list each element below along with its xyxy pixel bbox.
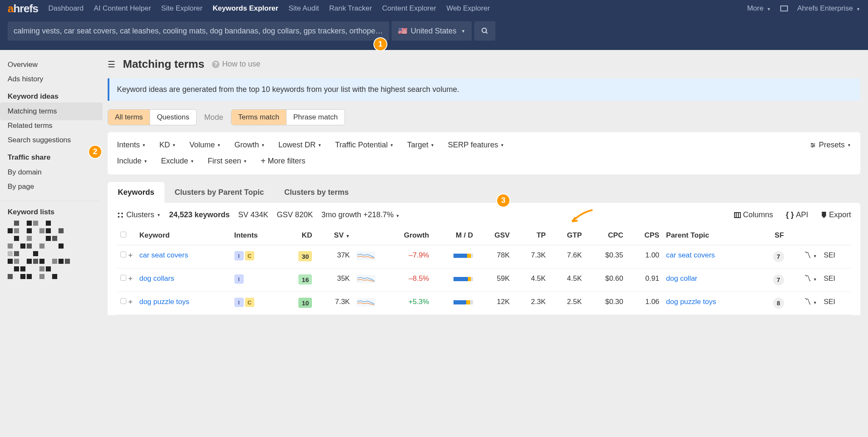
cell-gtp: 2.5K bbox=[549, 292, 585, 315]
clusters-dropdown[interactable]: Clusters ▼ bbox=[117, 210, 161, 219]
col-kd[interactable]: KD bbox=[281, 226, 315, 245]
col-intents[interactable]: Intents bbox=[231, 226, 282, 245]
svg-point-6 bbox=[813, 144, 814, 145]
col-gsv[interactable]: GSV bbox=[476, 226, 513, 245]
trend-icon[interactable]: 〽 ▼ bbox=[804, 274, 817, 282]
col-gtp[interactable]: GTP bbox=[549, 226, 585, 245]
filter-exclude[interactable]: Exclude ▼ bbox=[161, 157, 194, 166]
presets-button[interactable]: Presets ▼ bbox=[810, 141, 851, 149]
col-cps[interactable]: CPS bbox=[626, 226, 662, 245]
sidebar-matching-terms[interactable]: Matching terms bbox=[8, 104, 100, 119]
col-sf[interactable]: SF bbox=[757, 226, 787, 245]
sf-badge: 7 bbox=[773, 274, 784, 285]
serp-cell[interactable]: SEI bbox=[820, 245, 851, 268]
svg-rect-12 bbox=[734, 213, 740, 218]
sliders-icon bbox=[810, 142, 816, 148]
serp-cell[interactable]: SEI bbox=[820, 292, 851, 315]
keyword-link[interactable]: dog collars bbox=[139, 274, 174, 283]
sidebar-search-suggestions[interactable]: Search suggestions bbox=[8, 133, 100, 147]
trend-icon[interactable]: 〽 ▼ bbox=[804, 298, 817, 306]
sidebar-related-terms[interactable]: Related terms bbox=[8, 119, 100, 133]
match-mode-toggle: Terms match Phrase match bbox=[231, 109, 345, 125]
filter-growth[interactable]: Growth ▼ bbox=[234, 141, 265, 149]
sidebar-overview[interactable]: Overview bbox=[8, 58, 100, 72]
cell-sv: 35K bbox=[315, 268, 353, 292]
trend-icon[interactable]: 〽 ▼ bbox=[804, 251, 817, 259]
columns-icon bbox=[734, 212, 741, 218]
col-cpc[interactable]: CPC bbox=[585, 226, 627, 245]
tab-clusters-parent[interactable]: Clusters by Parent Topic bbox=[164, 182, 274, 203]
filter-serp-features[interactable]: SERP features ▼ bbox=[448, 141, 504, 149]
expand-icon[interactable]: + bbox=[128, 298, 133, 306]
nav-site-audit[interactable]: Site Audit bbox=[289, 4, 319, 13]
col-growth[interactable]: Growth bbox=[379, 226, 432, 245]
select-all-checkbox[interactable] bbox=[120, 232, 126, 238]
serp-cell[interactable]: SEI bbox=[820, 268, 851, 292]
filter-target[interactable]: Target ▼ bbox=[407, 141, 434, 149]
nav-dashboard[interactable]: Dashboard bbox=[48, 4, 83, 13]
filter-include[interactable]: Include ▼ bbox=[117, 157, 147, 166]
export-button[interactable]: Export bbox=[821, 210, 851, 219]
filter-traffic-potential[interactable]: Traffic Potential ▼ bbox=[335, 141, 394, 149]
pill-questions[interactable]: Questions bbox=[150, 110, 196, 125]
sf-badge: 7 bbox=[773, 251, 784, 262]
nav-keywords-explorer[interactable]: Keywords Explorer bbox=[213, 4, 278, 13]
filter-first-seen[interactable]: First seen ▼ bbox=[208, 157, 247, 166]
nav-web-explorer[interactable]: Web Explorer bbox=[446, 4, 490, 13]
svg-point-0 bbox=[482, 28, 487, 33]
expand-icon[interactable]: + bbox=[128, 274, 133, 282]
keywords-input[interactable]: calming vests, car seat covers, cat leas… bbox=[8, 22, 389, 41]
summary-growth[interactable]: 3mo growth +218.7% ▼ bbox=[321, 210, 400, 219]
expand-icon[interactable]: + bbox=[128, 251, 133, 259]
col-keyword[interactable]: Keyword bbox=[136, 226, 231, 245]
filter-volume[interactable]: Volume ▼ bbox=[189, 141, 221, 149]
search-button[interactable] bbox=[474, 21, 495, 41]
pill-phrase-match[interactable]: Phrase match bbox=[287, 110, 345, 125]
svg-rect-16 bbox=[356, 275, 376, 283]
row-checkbox[interactable] bbox=[120, 275, 126, 281]
parent-topic-link[interactable]: dog collar bbox=[666, 274, 698, 283]
keywords-table: Keyword Intents KD SV ▼ Growth M / D GSV… bbox=[117, 226, 851, 315]
pill-all-terms[interactable]: All terms bbox=[108, 110, 150, 125]
nav-more[interactable]: More ▼ bbox=[747, 4, 771, 13]
parent-topic-link[interactable]: car seat covers bbox=[666, 251, 715, 260]
columns-button[interactable]: Columns bbox=[734, 210, 773, 219]
how-to-use-link[interactable]: ? How to use bbox=[212, 60, 260, 69]
toggle-sidebar-icon[interactable]: ☰ bbox=[108, 59, 115, 69]
arrow-annotation bbox=[567, 208, 597, 225]
nav-rank-tracker[interactable]: Rank Tracker bbox=[329, 4, 372, 13]
filter-kd[interactable]: KD ▼ bbox=[159, 141, 176, 149]
col-parent[interactable]: Parent Topic bbox=[663, 226, 758, 245]
sidebar-by-domain[interactable]: By domain bbox=[8, 165, 100, 180]
main-content: ☰ Matching terms ? How to use Keyword id… bbox=[100, 50, 868, 323]
pill-terms-match[interactable]: Terms match bbox=[231, 110, 287, 125]
col-sv[interactable]: SV ▼ bbox=[315, 226, 353, 245]
result-tabs: Keywords Clusters by Parent Topic Cluste… bbox=[108, 182, 860, 203]
tab-keywords[interactable]: Keywords bbox=[108, 182, 164, 203]
row-checkbox[interactable] bbox=[120, 252, 126, 257]
nav-content-explorer[interactable]: Content Explorer bbox=[382, 4, 437, 13]
keyword-link[interactable]: car seat covers bbox=[139, 251, 188, 260]
nav-ai-content[interactable]: AI Content Helper bbox=[94, 4, 151, 13]
sidebar-ads-history[interactable]: Ads history bbox=[8, 72, 100, 86]
cell-tp: 7.3K bbox=[513, 245, 549, 268]
sidebar-by-page[interactable]: By page bbox=[8, 180, 100, 194]
tab-clusters-terms[interactable]: Clusters by terms bbox=[274, 182, 359, 203]
kd-badge: 30 bbox=[298, 251, 312, 261]
nav-site-explorer[interactable]: Site Explorer bbox=[161, 4, 202, 13]
more-filters-button[interactable]: + More filters bbox=[261, 156, 306, 166]
keyword-link[interactable]: dog puzzle toys bbox=[139, 298, 189, 306]
logo[interactable]: ahrefs bbox=[8, 2, 38, 15]
nav-account[interactable]: Ahrefs Enterprise ▼ bbox=[797, 4, 860, 13]
row-checkbox[interactable] bbox=[120, 298, 126, 304]
filter-intents[interactable]: Intents ▼ bbox=[117, 141, 146, 149]
col-tp[interactable]: TP bbox=[513, 226, 549, 245]
country-select[interactable]: 🇺🇸 United States ▼ bbox=[392, 21, 472, 41]
filter-lowest-dr[interactable]: Lowest DR ▼ bbox=[278, 141, 322, 149]
parent-topic-link[interactable]: dog puzzle toys bbox=[666, 298, 716, 306]
mode-label: Mode bbox=[204, 113, 223, 122]
sidebar-traffic-share-header: Traffic share bbox=[8, 153, 100, 162]
view-mode-icon[interactable] bbox=[780, 6, 788, 11]
col-md[interactable]: M / D bbox=[432, 226, 476, 245]
api-button[interactable]: { } API bbox=[786, 210, 808, 219]
